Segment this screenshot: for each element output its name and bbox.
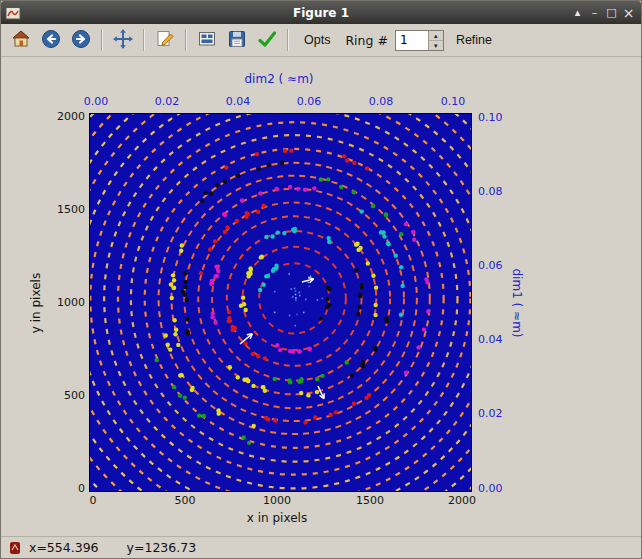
figure-area: dim2 ( ≈m) 0.00 0.02 0.04 0.06 0.08 0.10… [1, 57, 641, 536]
x-tick-label: 0 [73, 494, 113, 507]
toolbar: Opts Ring # ▴ ▾ Refine [1, 24, 641, 57]
shade-button[interactable]: ▴ [569, 4, 586, 21]
top-tick-label: 0.06 [291, 95, 327, 108]
back-button[interactable] [37, 26, 65, 54]
y-tick-label: 500 [45, 389, 85, 402]
pan-button[interactable] [109, 26, 137, 54]
toolbar-separator [287, 29, 289, 51]
opts-button[interactable]: Opts [301, 31, 333, 49]
top-tick-label: 0.08 [363, 95, 399, 108]
home-button[interactable] [7, 26, 35, 54]
right-tick-label: 0.04 [478, 333, 503, 346]
top-axis-label: dim2 ( ≈m) [209, 72, 349, 86]
y-tick-label: 1500 [45, 203, 85, 216]
y-tick-label: 2000 [45, 110, 85, 123]
edit-icon [154, 28, 176, 53]
spin-buttons: ▴ ▾ [428, 31, 443, 50]
back-icon [40, 28, 62, 53]
statusbar: x=554.396 y=1236.73 [1, 536, 641, 558]
top-tick-label: 0.10 [435, 95, 471, 108]
save-button[interactable] [223, 26, 251, 54]
close-button[interactable]: × [620, 4, 637, 21]
statusbar-icon [9, 541, 21, 555]
x-tick-label: 500 [165, 494, 205, 507]
top-tick-label: 0.02 [149, 95, 185, 108]
x-tick-label: 1000 [257, 494, 297, 507]
ring-number-input[interactable] [396, 31, 428, 50]
window-controls: ▴ – □ × [569, 4, 637, 21]
minimize-button[interactable]: – [586, 4, 603, 21]
right-axis-label: dim1 ( ≈m) [510, 253, 524, 353]
subplots-button[interactable] [193, 26, 221, 54]
apply-check-icon [256, 28, 278, 53]
edit-button[interactable] [151, 26, 179, 54]
right-tick-label: 0.06 [478, 259, 503, 272]
left-axis-label: y in pixels [29, 253, 43, 353]
titlebar[interactable]: Figure 1 ▴ – □ × [1, 1, 641, 24]
spin-up-button[interactable]: ▴ [429, 31, 443, 41]
top-tick-label: 0.04 [220, 95, 256, 108]
right-tick-label: 0.08 [478, 185, 503, 198]
apply-button[interactable] [253, 26, 281, 54]
y-tick-label: 1000 [45, 296, 85, 309]
toolbar-separator [143, 29, 145, 51]
pan-icon [112, 28, 134, 53]
bottom-axis-label: x in pixels [227, 511, 327, 525]
spin-down-button[interactable]: ▾ [429, 40, 443, 50]
window-title: Figure 1 [1, 6, 641, 20]
cursor-y-readout: y=1236.73 [127, 540, 197, 555]
right-tick-label: 0.02 [478, 407, 503, 420]
forward-button[interactable] [67, 26, 95, 54]
forward-icon [70, 28, 92, 53]
ring-number-spinbox: ▴ ▾ [395, 30, 444, 51]
toolbar-separator [101, 29, 103, 51]
subplots-icon [196, 28, 218, 53]
diffraction-canvas[interactable] [90, 114, 471, 491]
right-tick-label: 0.10 [478, 111, 503, 124]
plot-frame [89, 113, 472, 492]
home-icon [10, 28, 32, 53]
refine-button[interactable]: Refine [453, 31, 495, 49]
toolbar-separator [185, 29, 187, 51]
ring-number-label: Ring # [345, 33, 387, 48]
x-tick-label: 2000 [442, 494, 482, 507]
cursor-x-readout: x=554.396 [29, 540, 99, 555]
window-icon [5, 5, 21, 21]
x-tick-label: 1500 [350, 494, 390, 507]
figure-window: Figure 1 ▴ – □ × [0, 0, 642, 559]
save-icon [226, 28, 248, 53]
maximize-button[interactable]: □ [603, 4, 620, 21]
top-tick-label: 0.00 [78, 95, 114, 108]
